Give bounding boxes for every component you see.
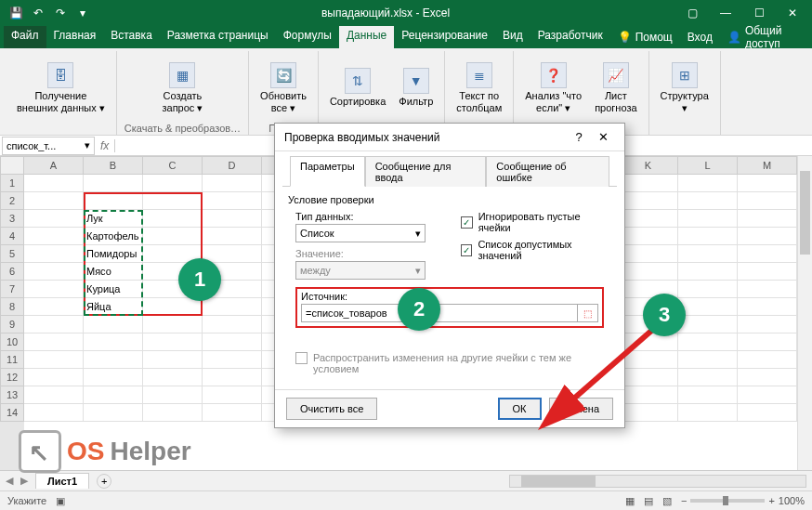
tab-layout[interactable]: Разметка страницы [160, 26, 276, 48]
text-cols-icon: ≣ [466, 62, 492, 88]
row-header[interactable]: 5 [0, 245, 24, 263]
tab-home[interactable]: Главная [46, 26, 104, 48]
ribbon-opts-icon[interactable]: ▢ [680, 7, 704, 20]
validation-criteria-label: Условие проверки [288, 194, 611, 205]
row-header[interactable]: 1 [0, 175, 24, 192]
save-icon[interactable]: 💾 [7, 5, 24, 21]
view-normal-icon[interactable]: ▦ [625, 495, 635, 507]
col-header[interactable]: M [738, 156, 797, 175]
tab-formulas[interactable]: Формулы [276, 26, 339, 48]
tab-view[interactable]: Вид [495, 26, 530, 48]
sheet-nav-prev[interactable]: ◀ [6, 475, 13, 487]
col-header[interactable]: K [619, 156, 678, 175]
sheet-tab-bar: ◀ ▶ Лист1 + [0, 470, 812, 490]
forecast-sheet-button[interactable]: 📈Лист прогноза [591, 60, 640, 114]
dialog-tab-input-message[interactable]: Сообщение для ввода [365, 156, 487, 187]
row-header[interactable]: 13 [0, 386, 24, 404]
zoom-in-button[interactable]: + [768, 495, 774, 506]
undo-icon[interactable]: ↶ [30, 5, 46, 21]
name-box[interactable]: список_т...▾ [2, 137, 95, 155]
sheet-nav-next[interactable]: ▶ [20, 475, 28, 487]
col-header[interactable]: A [24, 156, 84, 175]
tab-review[interactable]: Рецензирование [394, 26, 495, 48]
row-header[interactable]: 7 [0, 281, 24, 298]
svg-line-0 [546, 325, 658, 423]
chevron-down-icon[interactable]: ▾ [85, 139, 90, 151]
tab-insert[interactable]: Вставка [103, 26, 160, 48]
query-icon: ▦ [169, 62, 195, 88]
dialog-close-button[interactable]: ✕ [591, 127, 615, 148]
tab-data[interactable]: Данные [339, 26, 394, 48]
tab-help[interactable]: 💡Помощ [610, 26, 680, 48]
signin-button[interactable]: Вход [680, 26, 720, 48]
row-header[interactable]: 10 [0, 333, 24, 351]
zoom-out-button[interactable]: − [681, 495, 687, 506]
close-icon[interactable]: ✕ [780, 7, 805, 20]
col-header[interactable]: C [143, 156, 203, 175]
tab-developer[interactable]: Разработчик [530, 26, 610, 48]
row-header[interactable]: 9 [0, 316, 24, 333]
row-header[interactable]: 6 [0, 263, 24, 281]
new-sheet-button[interactable]: + [97, 474, 111, 489]
new-query-button[interactable]: ▦Создать запрос ▾ [158, 60, 206, 114]
annotation-callout-3: 3 [643, 294, 686, 336]
title-bar: 💾 ↶ ↷ ▾ выпадающий.xlsx - Excel ▢ — ☐ ✕ [0, 0, 812, 26]
cell[interactable]: Лук [84, 210, 143, 228]
whatif-button[interactable]: ❓Анализ "что если" ▾ [521, 60, 585, 114]
row-header[interactable]: 4 [0, 228, 24, 245]
redo-icon[interactable]: ↷ [52, 5, 69, 21]
horizontal-scrollbar[interactable] [509, 475, 806, 488]
maximize-icon[interactable]: ☐ [747, 7, 771, 20]
row-header[interactable]: 14 [0, 404, 24, 422]
sort-button[interactable]: ⇅Сортировка [326, 66, 389, 109]
row-header[interactable]: 12 [0, 369, 24, 386]
in-cell-dropdown-checkbox[interactable]: ✓Список допустимых значений [461, 239, 611, 261]
col-header[interactable]: B [84, 156, 143, 175]
get-external-data-button[interactable]: 🗄Получение внешних данных ▾ [13, 60, 109, 114]
zoom-level[interactable]: 100% [779, 495, 805, 506]
view-pagebreak-icon[interactable]: ▧ [662, 495, 672, 507]
group-get-transform: Скачать & преобразов… [124, 123, 241, 134]
sheet-tab[interactable]: Лист1 [35, 473, 89, 489]
refresh-icon: 🔄 [270, 62, 296, 88]
allow-label: Тип данных: [295, 211, 446, 222]
cell[interactable]: Мясо [84, 263, 143, 281]
cell[interactable]: Яйца [84, 298, 143, 316]
tab-file[interactable]: Файл [4, 26, 46, 48]
structure-button[interactable]: ⊞Структура ▾ [657, 60, 713, 114]
row-header[interactable]: 2 [0, 192, 24, 210]
macro-record-icon[interactable]: ▣ [56, 495, 65, 507]
cursor-icon [19, 430, 61, 473]
view-layout-icon[interactable]: ▤ [644, 495, 653, 507]
person-icon: 👤 [727, 31, 741, 44]
vertical-scrollbar[interactable] [797, 156, 812, 470]
filter-button[interactable]: ▼Фильтр [395, 66, 437, 109]
dialog-help-button[interactable]: ? [567, 127, 591, 148]
row-header[interactable]: 11 [0, 351, 24, 369]
minimize-icon[interactable]: — [714, 7, 738, 20]
data-select: между▾ [295, 261, 426, 280]
cell[interactable]: Помидоры [84, 245, 143, 263]
dialog-tab-settings[interactable]: Параметры [290, 156, 365, 187]
share-button[interactable]: 👤Общий доступ [720, 26, 808, 48]
row-header[interactable]: 3 [0, 210, 24, 228]
col-header[interactable]: D [203, 156, 262, 175]
dialog-tab-error-alert[interactable]: Сообщение об ошибке [486, 156, 609, 187]
fx-button[interactable]: fx [95, 139, 115, 152]
cell[interactable]: Курица [84, 281, 143, 298]
annotation-callout-2: 2 [398, 288, 440, 331]
zoom-slider[interactable] [690, 499, 765, 503]
row-header[interactable]: 8 [0, 298, 24, 316]
whatif-icon: ❓ [541, 62, 567, 88]
ignore-blank-checkbox[interactable]: ✓Игнорировать пустые ячейки [461, 211, 611, 233]
watermark-logo: OSHelper [19, 430, 191, 473]
text-to-columns-button[interactable]: ≣Текст по столбцам [452, 60, 505, 114]
outline-icon: ⊞ [672, 62, 698, 88]
qat-dropdown-icon[interactable]: ▾ [74, 5, 91, 21]
col-header[interactable]: L [678, 156, 738, 175]
allow-select[interactable]: Список▾ [295, 224, 426, 242]
clear-all-button[interactable]: Очистить все [286, 398, 377, 420]
select-all-button[interactable] [0, 156, 24, 175]
cell[interactable]: Картофель [84, 228, 143, 245]
refresh-all-button[interactable]: 🔄Обновить все ▾ [256, 60, 310, 114]
